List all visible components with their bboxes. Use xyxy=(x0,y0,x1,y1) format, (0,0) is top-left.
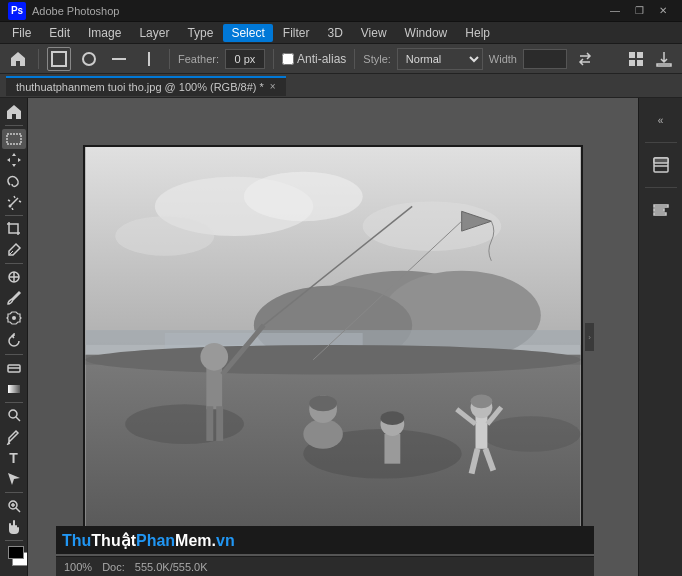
svg-rect-7 xyxy=(637,60,643,66)
arrange-icon[interactable] xyxy=(624,47,648,71)
svg-rect-63 xyxy=(654,205,668,207)
history-brush-tool[interactable] xyxy=(2,330,26,350)
scene-image xyxy=(85,147,581,528)
tab-close-button[interactable]: × xyxy=(270,81,276,92)
left-toolbar: T xyxy=(0,98,28,576)
svg-rect-0 xyxy=(52,52,66,66)
toolbar-divider-3 xyxy=(5,263,23,264)
close-button[interactable]: ✕ xyxy=(652,4,674,18)
panel-collapse-btn[interactable]: « xyxy=(643,102,679,138)
options-divider-1 xyxy=(38,49,39,69)
svg-rect-6 xyxy=(629,60,635,66)
width-input[interactable] xyxy=(523,49,567,69)
pen-tool[interactable] xyxy=(2,427,26,447)
ellipse-marquee-btn[interactable] xyxy=(77,47,101,71)
antialias-checkbox-container: Anti-alias xyxy=(282,52,346,66)
svg-point-26 xyxy=(363,201,502,250)
svg-point-9 xyxy=(8,205,11,208)
crop-tool[interactable] xyxy=(2,219,26,239)
title-bar-left: Ps Adobe Photoshop xyxy=(8,2,119,20)
tab-filename: thuthuatphanmem tuoi tho.jpg @ 100% (RGB… xyxy=(16,81,264,93)
right-panel-divider-1 xyxy=(645,142,677,143)
svg-rect-50 xyxy=(384,433,400,463)
svg-point-47 xyxy=(303,419,343,449)
svg-line-19 xyxy=(16,508,20,512)
toolbar-divider-2 xyxy=(5,215,23,216)
home-tool[interactable] xyxy=(2,102,26,122)
single-row-btn[interactable] xyxy=(107,47,131,71)
marquee-tool[interactable] xyxy=(2,129,26,149)
brush-tool[interactable] xyxy=(2,288,26,308)
menu-help[interactable]: Help xyxy=(457,24,498,42)
menu-type[interactable]: Type xyxy=(179,24,221,42)
feather-input[interactable] xyxy=(225,49,265,69)
clone-stamp-tool[interactable] xyxy=(2,309,26,329)
svg-point-36 xyxy=(125,404,244,444)
svg-point-38 xyxy=(481,416,580,452)
svg-point-13 xyxy=(12,316,16,320)
menu-window[interactable]: Window xyxy=(397,24,456,42)
app-title: Adobe Photoshop xyxy=(32,5,119,17)
layers-panel-btn[interactable] xyxy=(643,147,679,183)
swap-icon[interactable] xyxy=(573,47,597,71)
menu-layer[interactable]: Layer xyxy=(131,24,177,42)
single-col-btn[interactable] xyxy=(137,47,161,71)
canvas-area[interactable]: › 100% Doc: 555.0K/555.0K ThuThuậtPhanMe… xyxy=(28,98,638,576)
panel-collapse-arrow[interactable]: › xyxy=(584,322,594,352)
magic-wand-tool[interactable] xyxy=(2,192,26,212)
lasso-tool[interactable] xyxy=(2,171,26,191)
svg-point-25 xyxy=(244,171,363,220)
doc-label: Doc: xyxy=(102,561,125,573)
rect-marquee-btn[interactable] xyxy=(47,47,71,71)
antialias-checkbox[interactable] xyxy=(282,53,294,65)
svg-rect-46 xyxy=(216,406,223,441)
svg-rect-5 xyxy=(637,52,643,58)
hand-tool[interactable] xyxy=(2,517,26,537)
svg-rect-45 xyxy=(206,406,213,441)
export-icon[interactable] xyxy=(652,47,676,71)
toolbar-divider-4 xyxy=(5,354,23,355)
svg-point-52 xyxy=(381,411,405,425)
photo-canvas xyxy=(83,145,583,530)
menu-select[interactable]: Select xyxy=(223,24,272,42)
document-tab[interactable]: thuthuatphanmem tuoi tho.jpg @ 100% (RGB… xyxy=(6,76,286,96)
menu-bar: File Edit Image Layer Type Select Filter… xyxy=(0,22,682,44)
svg-rect-41 xyxy=(206,364,222,409)
menu-filter[interactable]: Filter xyxy=(275,24,318,42)
style-select[interactable]: Normal Fixed Ratio Fixed Size xyxy=(397,48,483,70)
watermark-bar: ThuThuậtPhanMem.vn xyxy=(56,526,594,554)
watermark-text: ThuThuậtPhanMem.vn xyxy=(62,531,235,550)
restore-button[interactable]: ❐ xyxy=(628,4,650,18)
watermark-thu: Thu xyxy=(62,532,91,549)
path-selection-tool[interactable] xyxy=(2,469,26,489)
healing-brush-tool[interactable] xyxy=(2,267,26,287)
foreground-color[interactable] xyxy=(8,546,24,560)
right-panel-divider-2 xyxy=(645,187,677,188)
status-bar: 100% Doc: 555.0K/555.0K xyxy=(56,556,594,576)
minimize-button[interactable]: — xyxy=(604,4,626,18)
channels-panel-btn[interactable] xyxy=(643,192,679,228)
eyedropper-tool[interactable] xyxy=(2,240,26,260)
move-tool[interactable] xyxy=(2,150,26,170)
svg-rect-15 xyxy=(8,385,20,393)
toolbar-divider-7 xyxy=(5,540,23,541)
ps-logo: Ps xyxy=(8,2,26,20)
svg-point-42 xyxy=(200,342,228,370)
menu-image[interactable]: Image xyxy=(80,24,129,42)
zoom-tool[interactable] xyxy=(2,496,26,516)
eraser-tool[interactable] xyxy=(2,357,26,377)
menu-file[interactable]: File xyxy=(4,24,39,42)
menu-edit[interactable]: Edit xyxy=(41,24,78,42)
menu-view[interactable]: View xyxy=(353,24,395,42)
tab-bar: thuthuatphanmem tuoi tho.jpg @ 100% (RGB… xyxy=(0,74,682,98)
dodge-tool[interactable] xyxy=(2,405,26,425)
gradient-tool[interactable] xyxy=(2,379,26,399)
toolbar-divider-6 xyxy=(5,492,23,493)
svg-rect-64 xyxy=(654,209,664,211)
options-divider-2 xyxy=(169,49,170,69)
home-button[interactable] xyxy=(6,47,30,71)
svg-point-49 xyxy=(309,395,337,411)
type-tool[interactable]: T xyxy=(2,448,26,468)
style-label: Style: xyxy=(363,53,391,65)
menu-3d[interactable]: 3D xyxy=(319,24,350,42)
